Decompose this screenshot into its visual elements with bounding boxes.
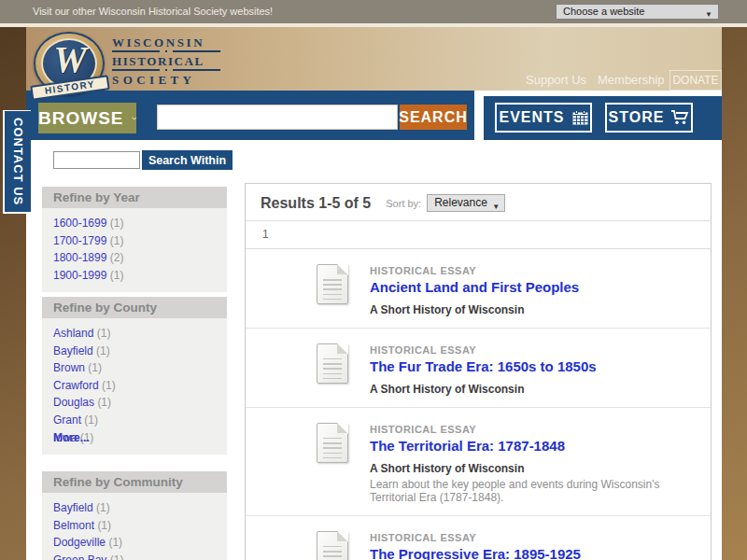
facet-county-count: (1) bbox=[102, 379, 116, 392]
browse-label: BROWSE bbox=[38, 108, 124, 129]
facet-county-item: Ashland (1) bbox=[42, 325, 227, 343]
result-type-label: HISTORICAL ESSAY bbox=[370, 265, 696, 276]
facet-community-count: (1) bbox=[96, 501, 110, 514]
result-title-link[interactable]: Ancient Land and First Peoples bbox=[370, 279, 579, 295]
result-subtitle: A Short History of Wisconsin bbox=[370, 462, 696, 475]
facet-year-item: 1600-1699 (1) bbox=[42, 215, 227, 232]
results-panel: Results 1-5 of 5 Sort by: Relevance ▼ 1 bbox=[245, 183, 712, 560]
search-button[interactable]: SEARCH bbox=[400, 105, 467, 130]
society-logo[interactable]: W HISTORY bbox=[34, 30, 106, 97]
contact-us-label: CONTACT US bbox=[11, 118, 25, 205]
facet-county-link[interactable]: Ashland bbox=[53, 327, 93, 340]
facet-year-count: (2) bbox=[110, 251, 124, 264]
events-label: EVENTS bbox=[499, 109, 564, 126]
document-text-lines bbox=[323, 358, 342, 379]
donate-button[interactable]: DONATE bbox=[669, 70, 722, 91]
facet-county-item: Douglas (1) bbox=[42, 394, 227, 412]
facet-county-count: (1) bbox=[88, 361, 102, 374]
page-background: Visit our other Wisconsin Historical Soc… bbox=[0, 0, 747, 560]
result-type-label: HISTORICAL ESSAY bbox=[370, 424, 696, 435]
facet-year-link[interactable]: 1700-1799 bbox=[53, 234, 106, 247]
facet-year-link[interactable]: 1800-1899 bbox=[53, 251, 106, 264]
facet-county-count: (1) bbox=[97, 327, 111, 340]
facet-community-item: Belmont (1) bbox=[42, 517, 227, 535]
store-button[interactable]: STORE bbox=[605, 103, 693, 133]
facet-county-more-link[interactable]: More... bbox=[42, 428, 227, 447]
page-number[interactable]: 1 bbox=[262, 228, 269, 241]
search-input[interactable] bbox=[157, 105, 398, 130]
logo-wordmark-line: HISTORICAL bbox=[112, 54, 222, 71]
membership-link[interactable]: Membership bbox=[598, 73, 665, 87]
other-websites-message: Visit our other Wisconsin Historical Soc… bbox=[33, 6, 273, 17]
facet-community-link[interactable]: Dodgeville bbox=[53, 536, 106, 549]
facet-county-item: Brown (1) bbox=[42, 359, 227, 377]
content-column: Support Us Membership DONATE W HISTORY W… bbox=[26, 27, 722, 560]
result-type-label: HISTORICAL ESSAY bbox=[370, 344, 696, 356]
facet-refine-by-community: Refine by Community Bayfield (1) Belmont… bbox=[42, 471, 227, 560]
events-button[interactable]: EVENTS bbox=[495, 103, 592, 133]
page-fold-corner bbox=[337, 343, 348, 355]
facet-community-link[interactable]: Bayfield bbox=[53, 501, 93, 514]
support-us-link[interactable]: Support Us bbox=[526, 73, 586, 87]
page-fold-corner bbox=[337, 264, 348, 275]
logo-wordmark[interactable]: WISCONSINHISTORICALSOCIETY bbox=[112, 35, 222, 87]
result-type-label: HISTORICAL ESSAY bbox=[370, 532, 696, 543]
facet-year-link[interactable]: 1600-1699 bbox=[53, 217, 106, 230]
document-text-lines bbox=[323, 438, 342, 458]
result-subtitle: A Short History of Wisconsin bbox=[370, 383, 696, 396]
facet-community-item: Green Bay (1) bbox=[42, 552, 227, 560]
facet-year-title: Refine by Year bbox=[42, 187, 227, 208]
facet-county-link[interactable]: Douglas bbox=[53, 396, 94, 409]
divider-strip bbox=[0, 23, 747, 27]
facet-community-count: (1) bbox=[108, 536, 122, 549]
result-row: HISTORICAL ESSAY The Fur Trade Era: 1650… bbox=[246, 329, 711, 408]
chevron-down-icon: ▼ bbox=[492, 199, 500, 215]
choose-website-value: Choose a website bbox=[563, 6, 644, 17]
results-header: Results 1-5 of 5 Sort by: Relevance ▼ bbox=[246, 184, 711, 221]
sort-dropdown[interactable]: Relevance ▼ bbox=[427, 194, 505, 212]
facet-year-count: (1) bbox=[110, 269, 124, 282]
document-icon[interactable] bbox=[317, 343, 348, 384]
facet-county-count: (1) bbox=[84, 413, 98, 427]
cart-icon bbox=[671, 110, 689, 125]
facet-county-title: Refine by County bbox=[42, 297, 227, 318]
facet-county-link[interactable]: Bayfield bbox=[53, 344, 93, 357]
facet-year-item: 1800-1899 (2) bbox=[42, 249, 227, 267]
facet-county-item: Crawford (1) bbox=[42, 377, 227, 395]
facet-county-link[interactable]: Grant bbox=[53, 413, 81, 427]
facet-community-item: Dodgeville (1) bbox=[42, 534, 227, 552]
facet-community-link[interactable]: Belmont bbox=[53, 519, 94, 532]
document-text-lines bbox=[323, 279, 342, 300]
facet-county-link[interactable]: Brown bbox=[53, 361, 85, 374]
contact-us-tab[interactable]: CONTACT US bbox=[3, 110, 31, 214]
logo-w-letter: W bbox=[34, 39, 106, 80]
result-row: HISTORICAL ESSAY The Territorial Era: 17… bbox=[246, 408, 711, 516]
facet-county-item: Bayfield (1) bbox=[42, 343, 227, 360]
document-icon[interactable] bbox=[317, 423, 348, 463]
logo-wordmark-line: WISCONSIN bbox=[112, 35, 222, 52]
facet-refine-by-year: Refine by Year 1600-1699 (1) 1700-1799 (… bbox=[42, 187, 227, 292]
pagination: 1 bbox=[246, 221, 711, 249]
result-title-link[interactable]: The Territorial Era: 1787-1848 bbox=[370, 438, 565, 454]
result-row: HISTORICAL ESSAY Ancient Land and First … bbox=[246, 249, 711, 329]
facet-year-link[interactable]: 1900-1999 bbox=[53, 269, 106, 282]
calendar-icon bbox=[572, 110, 588, 125]
chevron-down-icon: ▼ bbox=[705, 7, 712, 20]
result-title-link[interactable]: The Fur Trade Era: 1650s to 1850s bbox=[370, 358, 597, 374]
choose-website-dropdown[interactable]: Choose a website ▼ bbox=[556, 4, 719, 20]
facet-year-item: 1700-1799 (1) bbox=[42, 232, 227, 250]
browse-button[interactable]: BROWSE bbox=[38, 103, 136, 133]
store-label: STORE bbox=[609, 109, 665, 126]
facet-year-list: 1600-1699 (1) 1700-1799 (1) 1800-1899 (2… bbox=[42, 208, 227, 292]
document-icon[interactable] bbox=[317, 531, 348, 560]
search-within-button[interactable]: Search Within bbox=[142, 150, 233, 170]
facet-year-item: 1900-1999 (1) bbox=[42, 267, 227, 285]
result-description: Learn about the key people and events du… bbox=[370, 478, 696, 504]
facet-community-link[interactable]: Green Bay bbox=[53, 553, 106, 560]
result-subtitle: A Short History of Wisconsin bbox=[370, 303, 696, 316]
facet-year-count: (1) bbox=[110, 217, 124, 230]
result-title-link[interactable]: The Progressive Era: 1895-1925 bbox=[370, 546, 581, 560]
search-within-input[interactable] bbox=[53, 151, 140, 169]
facet-county-link[interactable]: Crawford bbox=[53, 379, 99, 392]
document-icon[interactable] bbox=[317, 264, 348, 304]
